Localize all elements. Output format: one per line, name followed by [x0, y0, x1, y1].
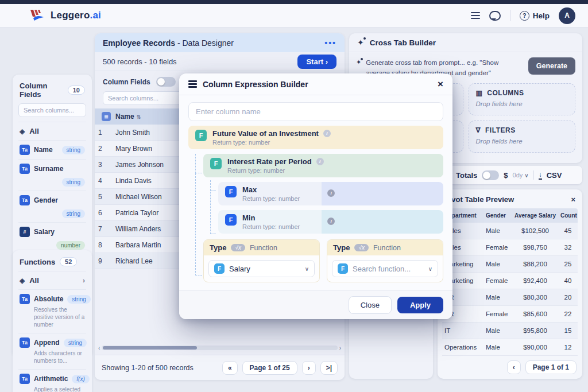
function-search-dropdown[interactable]: F Search function... ∨ [332, 260, 438, 277]
close-button[interactable]: Close [349, 296, 392, 314]
column-name-input[interactable] [188, 102, 443, 121]
help-button[interactable]: ? Help [520, 11, 550, 21]
csv-export-button[interactable]: CSV [547, 171, 562, 180]
connector-line [210, 191, 216, 191]
column-field-item[interactable]: # Salary number [18, 222, 86, 254]
cell-name: Patricia Taylor [112, 209, 189, 217]
sidebar-item-all-fields[interactable]: ◈ All [18, 122, 86, 140]
menu-icon[interactable] [471, 12, 480, 19]
next-page-button[interactable]: › [302, 361, 316, 375]
dataset-title: Employee Records [103, 38, 175, 48]
chat-icon[interactable] [489, 11, 501, 21]
scrollbar-thumb[interactable] [103, 346, 197, 350]
function-type-icon: Ta [20, 337, 30, 348]
close-icon[interactable]: × [571, 195, 575, 204]
column-expression-builder-modal: Column Expression Builder × F Future Val… [179, 73, 452, 319]
scroll-right-icon[interactable]: › [339, 345, 341, 351]
cell-name: Linda Davis [112, 177, 189, 185]
pivot-cell-department: Operations [442, 344, 483, 351]
functions-list: Ta Absolute string Resolves the positive… [18, 289, 86, 392]
expression-block-min[interactable]: F Min Return type: number i [218, 210, 443, 234]
logo-icon [29, 9, 46, 22]
sidebar-search-input[interactable] [18, 103, 86, 117]
last-page-button[interactable]: >| [320, 361, 338, 375]
argument-card-right: Type √x Function F Search function... ∨ [327, 239, 443, 282]
connector-line [195, 154, 202, 173]
column-field-item[interactable]: Ta Surname string [18, 159, 86, 191]
cell-name: Richard Lee [112, 257, 189, 265]
function-label: Append [34, 339, 60, 347]
cell-name: William Anders [112, 225, 189, 233]
row-number: 9 [95, 257, 112, 265]
currency-icon[interactable]: $ [504, 171, 508, 180]
row-selector-icon[interactable]: ≣ [102, 112, 111, 121]
cell-name: Barbara Martin [112, 241, 189, 249]
pivot-toolbar: Totals $ 0dy ∨ ↓ CSV [438, 166, 582, 184]
pivot-cell-average-salary: $85,600 [512, 311, 558, 317]
app-logo[interactable]: Leggero.ai [29, 9, 101, 22]
start-button[interactable]: Start › [297, 55, 336, 69]
pivot-cell-count: 20 [558, 294, 578, 301]
pivot-cell-gender: Male [483, 261, 512, 267]
scrollbar-track[interactable] [102, 346, 337, 350]
function-description: Applies a selected arithmetic... [34, 386, 85, 392]
type-label: Type [210, 243, 226, 252]
drop-zone[interactable]: ∇ FILTERS Drop fields here [469, 121, 576, 153]
expression-block-nested[interactable]: F Interest Rate per Periodi Return type:… [203, 154, 443, 177]
function-type-icon: Ta [20, 374, 30, 384]
more-options-button[interactable]: ••• [324, 38, 336, 48]
function-icon: F [338, 263, 348, 274]
generate-button[interactable]: Generate [528, 57, 575, 75]
drop-zone[interactable]: ▥ COLUMNS Drop fields here [469, 83, 576, 115]
return-type-label: Return type: number [242, 195, 300, 202]
field-type-badge: string [62, 146, 85, 154]
pivot-row: Marketing Male $88,200 25 [442, 256, 578, 273]
download-icon: ↓ [539, 171, 542, 180]
pivot-cell-average-salary: $90,000 [512, 344, 558, 351]
row-number: 5 [95, 193, 112, 201]
scroll-left-icon[interactable]: ‹ [98, 345, 100, 351]
expression-block-max[interactable]: F Max Return type: number i [218, 182, 443, 205]
field-select-dropdown[interactable]: F Salary ∨ [208, 260, 315, 277]
info-icon[interactable]: i [323, 130, 331, 137]
column-header-name[interactable]: Name⇅ [112, 112, 189, 121]
function-item[interactable]: Ta Absolute string Resolves the positive… [18, 289, 86, 333]
column-field-item[interactable]: Ta Name string [18, 140, 86, 159]
info-icon[interactable]: i [327, 218, 335, 225]
modal-title: Column Expression Builder [203, 80, 308, 89]
pivot-prev-page-button[interactable]: ‹ [507, 360, 521, 374]
sidebar-item-all-functions[interactable]: ◈ All › [18, 271, 86, 289]
info-icon[interactable]: i [327, 189, 335, 197]
functions-panel: Functions 52 ◈ All › Ta Absolute string … [13, 250, 92, 392]
first-page-button[interactable]: « [222, 361, 238, 375]
function-item[interactable]: Ta Append string Adds characters or numb… [18, 333, 86, 369]
top-navbar: Leggero.ai ? Help A [0, 4, 588, 28]
row-number: 4 [95, 177, 112, 185]
function-item[interactable]: Ta Arithmetic f(x) Applies a selected ar… [18, 369, 86, 392]
expression-block-root[interactable]: F Future Value of an Investmenti Return … [188, 126, 443, 149]
column-fields-toggle[interactable] [156, 77, 176, 87]
field-label: Salary [34, 228, 55, 236]
app-root: Leggero.ai ? Help A Column Fields 10 ◈ A… [0, 0, 588, 392]
type-label: Type [333, 243, 350, 252]
pivot-cell-gender: Female [483, 311, 512, 317]
pivot-table-preview: Pivot Table Preview × Department Gender … [438, 189, 582, 379]
apply-button[interactable]: Apply [397, 297, 443, 313]
close-icon[interactable]: × [438, 79, 443, 90]
info-icon[interactable]: i [316, 158, 324, 165]
cell-name: Mary Brown [112, 145, 189, 153]
field-label: Surname [34, 165, 63, 173]
totals-toggle[interactable] [482, 170, 499, 180]
showing-records-label: Showing 1-20 of 500 records [102, 364, 194, 372]
horizontal-scrollbar[interactable]: ‹ › [98, 344, 341, 351]
pivot-row: IT Male $95,800 15 [442, 323, 578, 339]
pivot-cell-average-salary: $88,200 [512, 261, 558, 267]
decimals-dropdown[interactable]: 0dy ∨ [513, 172, 529, 178]
row-number: 3 [95, 161, 112, 169]
user-avatar[interactable]: A [559, 7, 575, 24]
column-field-item[interactable]: Ta Gender string [18, 191, 86, 222]
return-type-label: Return type: number [242, 223, 300, 230]
chevron-down-icon: ∨ [524, 172, 528, 178]
expression-list-icon [188, 80, 197, 88]
pivot-row: Marketing Female $92,400 40 [442, 273, 578, 289]
